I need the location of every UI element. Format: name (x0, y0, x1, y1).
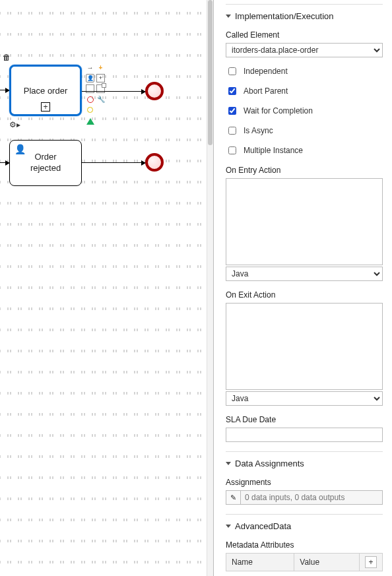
metadata-table: Name Value + (226, 553, 383, 571)
add-metadata-button[interactable]: + (365, 556, 377, 568)
sequence-flow (0, 90, 9, 90)
panel-top-divider (226, 4, 383, 5)
chk-independent[interactable] (228, 67, 236, 75)
meta-col-value: Value (294, 554, 360, 571)
node-order-rejected[interactable]: 👤 Orderrejected (9, 140, 82, 186)
add-icon[interactable]: + (96, 63, 105, 72)
chk-abort-parent[interactable] (228, 87, 236, 95)
row-async[interactable]: Is Async (226, 125, 383, 137)
node-label: Orderrejected (30, 152, 61, 174)
chk-wait[interactable] (228, 107, 236, 115)
section-implementation: Implementation/Execution Called Element … (226, 11, 383, 452)
label-called-element: Called Element (226, 30, 383, 40)
copy-icon[interactable] (96, 84, 105, 93)
meta-col-name: Name (226, 554, 294, 571)
textarea-on-exit[interactable] (226, 303, 383, 390)
assignments-summary (240, 490, 383, 505)
chevron-down-icon (226, 525, 231, 530)
end-event[interactable] (145, 153, 164, 172)
row-independent[interactable]: Independent (226, 65, 383, 77)
select-on-exit-lang[interactable]: Java (226, 391, 383, 406)
chk-label: Abort Parent (244, 86, 288, 96)
label-on-exit: On Exit Action (226, 290, 383, 300)
signal-icon[interactable] (86, 114, 94, 125)
chk-label: Independent (244, 67, 288, 76)
node-place-order[interactable]: Place order + (9, 65, 82, 116)
section-header-data-assignments[interactable]: Data Assignments (226, 459, 383, 468)
section-header-implementation[interactable]: Implementation/Execution (226, 11, 383, 21)
morph-icon[interactable]: ⚙▸ (9, 120, 20, 129)
row-multiple-instance[interactable]: Multiple Instance (226, 144, 383, 156)
expand-icon[interactable]: + (96, 74, 105, 82)
assignments-row: ✎ (226, 490, 383, 505)
scrollbar-thumb[interactable] (208, 0, 212, 145)
label-assignments: Assignments (226, 478, 383, 487)
sequence-flow (82, 91, 145, 92)
label-on-entry: On Entry Action (226, 166, 383, 175)
select-called-element[interactable]: itorders-data.place-order (226, 43, 383, 57)
section-advanced-data: AdvancedData Metadata Attributes Name Va… (226, 521, 383, 576)
properties-panel: Implementation/Execution Called Element … (214, 0, 392, 576)
chevron-down-icon (226, 462, 231, 468)
section-title: Data Assignments (235, 459, 304, 468)
canvas-scrollbar[interactable] (207, 0, 213, 576)
textarea-on-entry[interactable] (226, 178, 383, 265)
label-metadata: Metadata Attributes (226, 540, 383, 550)
user-task-icon[interactable]: 👤 (86, 74, 94, 82)
node-label: Place order (24, 86, 67, 96)
section-data-assignments: Data Assignments Assignments ✎ (226, 459, 383, 515)
section-title: AdvancedData (235, 521, 291, 531)
row-wait[interactable]: Wait for Completion (226, 105, 383, 117)
chk-multiple-instance[interactable] (228, 146, 236, 154)
sequence-flow (82, 162, 145, 163)
trash-icon[interactable]: 🗑 (3, 53, 11, 62)
intermediate-event-icon[interactable] (87, 107, 93, 113)
wrench-icon[interactable]: 🔧 (96, 95, 105, 104)
panel-divider (213, 0, 214, 576)
select-on-entry-lang[interactable]: Java (226, 267, 383, 281)
connect-icon[interactable]: → (86, 63, 94, 72)
pencil-icon: ✎ (230, 494, 236, 502)
row-abort-parent[interactable]: Abort Parent (226, 85, 383, 97)
end-event-icon[interactable] (87, 96, 94, 103)
context-toolbox: → + 👤 + 🔧 (86, 63, 105, 125)
chk-async[interactable] (228, 127, 236, 135)
chk-label: Is Async (244, 126, 273, 135)
diagram-canvas[interactable]: 🗑 Place order + → + 👤 + 🔧 ⚙▸ 👤 Orderreje… (0, 0, 214, 576)
section-header-advanced-data[interactable]: AdvancedData (226, 521, 383, 531)
task-icon[interactable] (86, 84, 94, 93)
section-title: Implementation/Execution (235, 11, 334, 21)
subprocess-marker-icon: + (41, 102, 50, 112)
label-sla: SLA Due Date (226, 415, 383, 424)
sequence-flow (0, 162, 9, 163)
input-sla[interactable] (226, 428, 383, 442)
chk-label: Multiple Instance (244, 146, 303, 155)
chevron-down-icon (226, 15, 231, 20)
user-icon: 👤 (15, 144, 26, 154)
edit-assignments-button[interactable]: ✎ (226, 490, 240, 505)
chk-label: Wait for Completion (244, 106, 313, 115)
end-event[interactable] (145, 82, 164, 100)
spacer (96, 106, 105, 114)
